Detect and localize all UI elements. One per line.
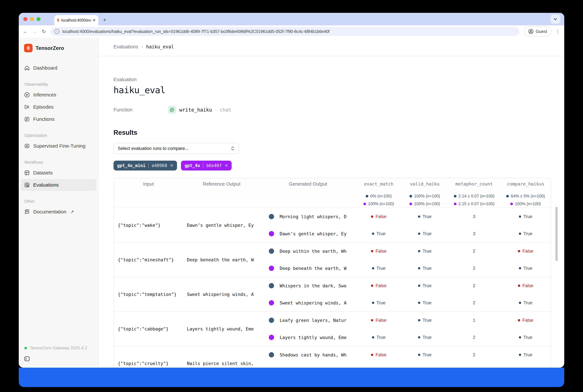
book-icon xyxy=(24,209,30,215)
metaphor-count-value: 2 xyxy=(448,277,501,294)
collapse-sidebar-button[interactable] xyxy=(24,356,30,363)
new-tab-button[interactable]: + xyxy=(103,16,106,23)
table-row[interactable]: {"topic":"cabbage"} Layers tightly wound… xyxy=(114,311,551,346)
play-circle-icon xyxy=(24,92,30,98)
external-link-icon: ↗ xyxy=(70,209,74,214)
row-reference: Sweet whispering winds, A xyxy=(187,292,254,297)
run2-dot-icon xyxy=(510,202,513,205)
exact-match-value: True xyxy=(356,329,402,346)
minimize-window-button[interactable] xyxy=(30,17,34,21)
sidebar-item-label: Evaluations xyxy=(33,182,59,188)
compare-haikus-value: True xyxy=(501,329,551,346)
sidebar-item-label: Datasets xyxy=(33,170,53,176)
section-optimization: Optimization xyxy=(24,133,98,138)
exact-match-value: True xyxy=(356,294,402,311)
zoom-window-button[interactable] xyxy=(36,17,40,21)
remove-run-icon[interactable]: ✕ xyxy=(170,163,173,168)
sidebar-item-episodes[interactable]: Episodes xyxy=(21,101,96,113)
run2-dot-icon xyxy=(454,202,457,205)
tensorzero-favicon: 0 xyxy=(57,18,59,22)
chat-function-icon xyxy=(168,106,176,114)
stat-compare-haikus-run1: 64% ± 5% (n=100) xyxy=(501,194,551,198)
stat-valid-haiku-run2: 100% (n=100) xyxy=(402,202,448,206)
section-other: Other xyxy=(24,199,98,204)
valid-haiku-value: True xyxy=(402,312,448,329)
run-name: gpt_4o xyxy=(185,163,200,168)
run-name: gpt_4o_mini xyxy=(117,163,145,168)
window-controls xyxy=(23,17,40,21)
generated-output-run2: Layers tightly wound, Eme xyxy=(260,329,356,346)
desktop: 0 localhost:4000/evaluations/h ✕ + ← → ↻… xyxy=(0,0,583,392)
sidebar-item-label: Functions xyxy=(33,116,55,122)
close-window-button[interactable] xyxy=(23,17,27,21)
metaphor-count-value: 2 xyxy=(448,242,501,260)
tab-search-chevron-icon[interactable] xyxy=(551,14,560,24)
sidebar-item-evaluations[interactable]: Evaluations xyxy=(21,179,96,191)
sidebar-item-documentation[interactable]: Documentation ↗ xyxy=(21,206,96,218)
guest-profile-button[interactable]: Guest xyxy=(524,26,552,36)
breadcrumb: Evaluations › haiku_eval xyxy=(99,38,564,56)
valid-haiku-value: True xyxy=(402,329,448,346)
scrollbar-thumb[interactable] xyxy=(555,207,558,261)
tensorzero-app: 0 TensorZero Dashboard Observability Inf… xyxy=(19,38,564,368)
generated-output-run2: Sweet whispering winds, A xyxy=(260,294,356,311)
generated-output-run2: Deep beneath the earth, W xyxy=(260,260,356,277)
sidebar-item-inferences[interactable]: Inferences xyxy=(21,89,96,101)
forward-icon[interactable]: → xyxy=(32,29,37,34)
results-table: Input Reference Output Generated Output … xyxy=(113,178,551,368)
stat-valid-haiku-run1: 100% (n=100) xyxy=(402,194,448,198)
compare-haikus-value: True xyxy=(501,225,551,242)
compare-haikus-value: True xyxy=(501,208,551,225)
browser-menu-icon[interactable]: ⋮ xyxy=(555,29,560,34)
run-id: b6e40f xyxy=(206,163,222,168)
back-icon[interactable]: ← xyxy=(23,29,28,34)
section-observability: Observability xyxy=(24,82,98,87)
browser-tab[interactable]: 0 localhost:4000/evaluations/h ✕ xyxy=(54,15,98,25)
col-generated-output: Generated Output xyxy=(260,181,356,187)
table-header: Input Reference Output Generated Output … xyxy=(114,178,551,208)
section-workflows: Workflows xyxy=(24,160,98,165)
stat-exact-match-run1: 0% (n=100) xyxy=(356,194,402,198)
compare-haikus-value: True xyxy=(501,294,551,311)
sidebar-item-supervised-fine-tuning[interactable]: Supervised Fine-Tuning xyxy=(21,140,96,152)
breadcrumb-current: haiku_eval xyxy=(146,44,174,50)
row-input: {"topic":"cruelty"} xyxy=(118,361,169,366)
list-icon xyxy=(24,104,30,110)
row-input: {"topic":"temptation"} xyxy=(118,292,177,297)
tab-close-icon[interactable]: ✕ xyxy=(92,18,96,22)
url-bar[interactable]: i localhost:4000/evaluations/haiku_eval?… xyxy=(50,27,519,36)
run2-variant-dot xyxy=(269,266,274,271)
row-reference: Nails pierce silent skin, xyxy=(187,361,254,366)
separator-dot: · xyxy=(215,107,217,112)
main-panel: Evaluations › haiku_eval Evaluation haik… xyxy=(99,38,564,368)
compare-haikus-value: True xyxy=(501,346,551,363)
sidebar-item-functions[interactable]: Functions xyxy=(21,113,96,125)
generated-output-run1: Leafy green layers, Natur xyxy=(260,312,356,329)
table-row[interactable]: {"topic":"cruelty"} Nails pierce silent … xyxy=(114,346,551,368)
exact-match-value: False xyxy=(356,208,402,225)
table-row[interactable]: {"topic":"mineshaft"} Deep beneath the e… xyxy=(114,242,551,277)
brand[interactable]: 0 TensorZero xyxy=(24,44,98,53)
run2-dot-icon xyxy=(363,202,366,205)
select-placeholder: Select evaluation runs to compare... xyxy=(118,146,231,151)
function-name[interactable]: write_haiku xyxy=(179,107,212,113)
col-valid-haiku: valid_haiku xyxy=(402,181,448,186)
remove-run-icon[interactable]: ✕ xyxy=(225,163,228,168)
generated-output-run1: Deep within the earth, Wh xyxy=(260,242,356,260)
run-chip-gpt-4o[interactable]: gpt_4o b6e40f ✕ xyxy=(181,160,232,170)
reload-icon[interactable]: ↻ xyxy=(42,29,46,34)
run2-variant-dot xyxy=(269,335,274,340)
sidebar-item-datasets[interactable]: Datasets xyxy=(21,167,96,179)
sidebar-item-label: Episodes xyxy=(33,104,53,110)
exact-match-value: True xyxy=(356,225,402,242)
grid-check-icon xyxy=(24,182,30,188)
table-row[interactable]: {"topic":"temptation"} Sweet whispering … xyxy=(114,277,551,311)
breadcrumb-evaluations[interactable]: Evaluations xyxy=(113,44,138,50)
run-chip-gpt-4o-mini[interactable]: gpt_4o_mini e40968 ✕ xyxy=(113,160,177,170)
run-compare-select[interactable]: Select evaluation runs to compare... xyxy=(113,143,239,154)
tab-title: localhost:4000/evaluations/h xyxy=(61,18,91,22)
table-row[interactable]: {"topic":"wake"} Dawn’s gentle whisper, … xyxy=(114,208,551,242)
site-info-icon[interactable]: i xyxy=(54,29,59,34)
function-label: Function xyxy=(113,107,168,112)
sidebar-item-dashboard[interactable]: Dashboard xyxy=(21,62,96,74)
